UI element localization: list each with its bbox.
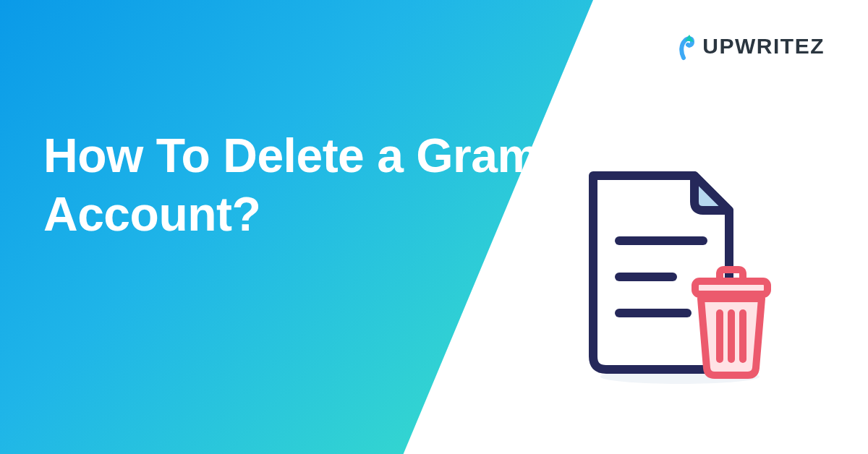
document-trash-icon [571, 161, 781, 385]
brand-name: UPWRITEZ [702, 34, 825, 59]
upwritez-arrow-icon [675, 32, 698, 61]
svg-rect-4 [695, 281, 767, 294]
brand-logo: UPWRITEZ [675, 32, 825, 61]
